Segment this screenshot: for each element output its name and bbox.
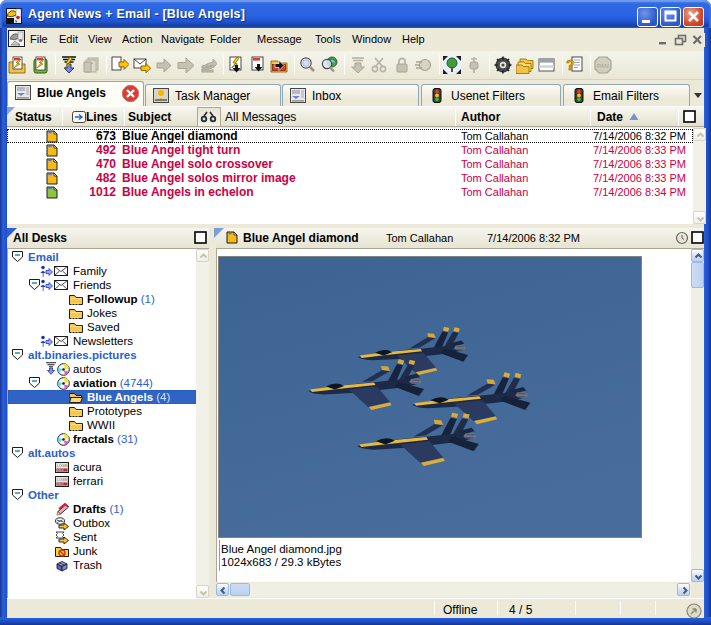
svg-text:PAN: PAN	[597, 63, 609, 69]
svg-text:?: ?	[566, 57, 575, 73]
